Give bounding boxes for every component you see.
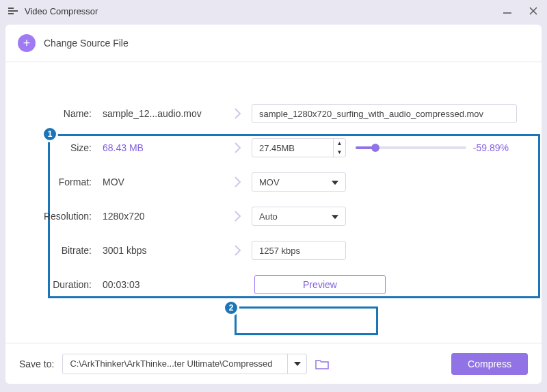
label-duration: Duration: xyxy=(19,279,103,290)
compress-button[interactable]: Compress xyxy=(451,353,528,375)
preview-button[interactable]: Preview xyxy=(254,275,386,294)
form-content: Name: sample_12...audio.mov Size: 68.43 … xyxy=(5,62,542,295)
main-card: + Change Source File 1 2 Name: sample_12… xyxy=(5,25,542,384)
row-size: Size: 68.43 MB 27.45MB ▲ ▼ xyxy=(19,138,528,158)
change-source-label: Change Source File xyxy=(44,38,129,49)
save-path-text: C:\ArkThinker\ArkThinke...ter Ultimate\C… xyxy=(63,358,287,369)
annotation-badge-1: 1 xyxy=(42,126,58,142)
title-bar: Video Compressor xyxy=(0,0,547,22)
label-name: Name: xyxy=(19,108,103,119)
compression-percent: -59.89% xyxy=(473,142,509,153)
open-folder-icon[interactable] xyxy=(315,358,329,369)
save-path-field[interactable]: C:\ArkThinker\ArkThinke...ter Ultimate\C… xyxy=(62,354,307,374)
output-name-input[interactable] xyxy=(252,104,517,123)
footer: Save to: C:\ArkThinker\ArkThinke...ter U… xyxy=(5,343,542,384)
row-duration: Duration: 00:03:03 Preview xyxy=(19,274,528,295)
window-controls xyxy=(502,5,539,16)
minimize-button[interactable] xyxy=(502,5,513,16)
label-bitrate: Bitrate: xyxy=(19,245,103,256)
window-title: Video Compressor xyxy=(25,6,502,16)
label-resolution: Resolution: xyxy=(19,211,103,222)
original-duration: 00:03:03 xyxy=(103,279,224,290)
size-slider[interactable] xyxy=(356,146,466,149)
chevron-right-icon xyxy=(224,107,252,120)
original-name: sample_12...audio.mov xyxy=(103,108,224,119)
save-path-dropdown-icon[interactable] xyxy=(287,354,306,374)
output-size-spinner[interactable]: 27.45MB ▲ ▼ xyxy=(252,138,346,157)
chevron-right-icon xyxy=(224,244,252,257)
row-name: Name: sample_12...audio.mov xyxy=(19,103,528,124)
chevron-right-icon xyxy=(224,176,252,188)
plus-icon: + xyxy=(18,34,36,52)
compress-button-label: Compress xyxy=(468,358,511,369)
preview-button-label: Preview xyxy=(303,279,337,290)
row-resolution: Resolution: 1280x720 Auto xyxy=(19,206,528,226)
chevron-right-icon xyxy=(224,210,252,222)
annotation-box-2 xyxy=(235,306,378,335)
output-size-value: 27.45MB xyxy=(252,143,333,153)
save-to-label: Save to: xyxy=(19,358,54,369)
label-format: Format: xyxy=(19,177,103,187)
output-bitrate-input[interactable] xyxy=(252,241,346,260)
original-size: 68.43 MB xyxy=(103,142,224,153)
label-size: Size: xyxy=(19,142,103,153)
original-resolution: 1280x720 xyxy=(103,211,224,222)
chevron-right-icon xyxy=(224,142,252,154)
spinner-down-icon[interactable]: ▼ xyxy=(334,148,345,157)
app-icon xyxy=(8,8,18,14)
row-format: Format: MOV MOV xyxy=(19,172,528,192)
output-format-select[interactable]: MOV xyxy=(252,172,346,192)
slider-thumb[interactable] xyxy=(371,144,379,152)
output-resolution-select[interactable]: Auto xyxy=(252,207,346,226)
spinner-up-icon[interactable]: ▲ xyxy=(334,139,345,148)
original-format: MOV xyxy=(103,177,224,187)
original-bitrate: 3001 kbps xyxy=(103,245,224,256)
output-format-value: MOV xyxy=(259,177,280,187)
close-button[interactable] xyxy=(528,5,539,16)
output-resolution-value: Auto xyxy=(259,211,278,222)
annotation-badge-2: 2 xyxy=(223,300,239,316)
row-bitrate: Bitrate: 3001 kbps xyxy=(19,240,528,261)
change-source-row[interactable]: + Change Source File xyxy=(5,25,542,62)
